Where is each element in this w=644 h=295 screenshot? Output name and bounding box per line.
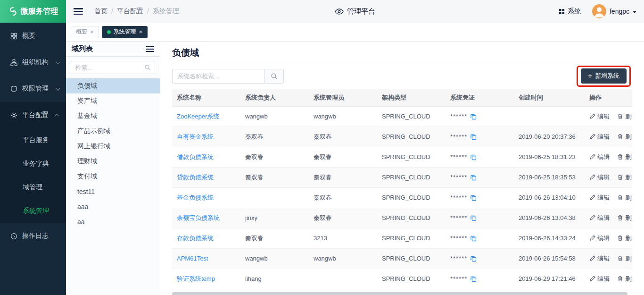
tab-bar: 概要 × 系统管理 ×: [66, 23, 644, 42]
domain-item-label: 基金域: [77, 112, 97, 120]
breadcrumb-home[interactable]: 首页: [94, 7, 107, 16]
delete-label: 删除: [625, 194, 632, 202]
menu-toggle-icon[interactable]: [74, 8, 83, 15]
actions-cell: 编辑 删除: [589, 147, 632, 167]
sidebar-subitem-platform-service[interactable]: 平台服务: [0, 128, 66, 152]
system-name-link[interactable]: 贷款负债系统: [177, 174, 214, 181]
horizontal-scrollbar[interactable]: [172, 292, 627, 295]
delete-button[interactable]: 删除: [617, 254, 632, 263]
system-name-link[interactable]: APM61Test: [177, 255, 208, 262]
copy-icon[interactable]: [470, 134, 477, 140]
edit-button[interactable]: 编辑: [589, 153, 610, 161]
delete-label: 删除: [625, 112, 632, 121]
system-name-link[interactable]: 借款负债系统: [177, 153, 214, 160]
domain-panel: 域列表 负债域 资产域 基金域 产品示例域 网上银行域 理财域 支付域 test…: [66, 42, 160, 295]
system-owner-cell: wangwb: [240, 106, 309, 126]
delete-button[interactable]: 删除: [617, 112, 632, 121]
sidebar-item-operation-log[interactable]: 操作日志: [0, 223, 66, 249]
edit-button[interactable]: 编辑: [589, 254, 610, 263]
edit-button[interactable]: 编辑: [589, 173, 610, 182]
col-system-credential: 系统凭证: [446, 89, 514, 106]
tab-overview[interactable]: 概要 ×: [71, 26, 99, 38]
edit-button[interactable]: 编辑: [589, 133, 610, 141]
search-button[interactable]: [264, 69, 284, 84]
edit-button[interactable]: 编辑: [589, 234, 610, 243]
system-name-link[interactable]: 存款负债系统: [177, 235, 214, 242]
trash-icon: [617, 276, 623, 282]
sidebar-subitem-label: 系统管理: [23, 207, 49, 215]
delete-button[interactable]: 删除: [617, 173, 632, 182]
copy-icon[interactable]: [470, 154, 477, 160]
edit-button[interactable]: 编辑: [589, 275, 610, 283]
delete-button[interactable]: 删除: [617, 234, 632, 243]
sidebar-item-label: 权限管理: [22, 84, 49, 93]
system-menu[interactable]: 系统: [559, 7, 581, 16]
domain-list-item[interactable]: 基金域: [66, 109, 160, 124]
eye-icon: [335, 8, 344, 15]
domain-list-item[interactable]: 理财域: [66, 154, 160, 169]
delete-button[interactable]: 删除: [617, 153, 632, 161]
delete-button[interactable]: 删除: [617, 194, 632, 202]
system-name-link[interactable]: ZooKeeper系统: [177, 113, 219, 120]
credential-cell: ******: [450, 228, 514, 248]
delete-button[interactable]: 删除: [617, 275, 632, 283]
sidebar-item-permissions[interactable]: 权限管理: [0, 76, 66, 102]
copy-icon[interactable]: [470, 255, 477, 262]
domain-list-item[interactable]: 资产域: [66, 93, 160, 109]
system-name-link[interactable]: 余额宝负债系统: [177, 214, 220, 221]
system-owner-cell: 秦双春: [240, 147, 309, 167]
system-admin-cell: wangwb: [309, 106, 377, 126]
domain-list-item[interactable]: 负债域: [66, 78, 160, 93]
edit-icon: [589, 154, 595, 160]
delete-button[interactable]: 删除: [617, 214, 632, 222]
copy-icon[interactable]: [470, 174, 477, 181]
main-panel: 负债域 + 新增系统: [160, 42, 644, 295]
system-owner-cell: wangwb: [240, 248, 309, 269]
close-icon[interactable]: ×: [139, 29, 143, 35]
breadcrumb-platform-config[interactable]: 平台配置: [117, 7, 143, 16]
sidebar-item-organization[interactable]: 组织机构: [0, 49, 66, 76]
domain-list-item[interactable]: 产品示例域: [66, 124, 160, 139]
edit-button[interactable]: 编辑: [589, 112, 610, 121]
domain-search-input[interactable]: [75, 64, 141, 71]
table-row: APM61Test wangwb wangwb SPRING_CLOUD ***…: [172, 248, 632, 269]
edit-button[interactable]: 编辑: [589, 214, 610, 222]
domain-list-item[interactable]: 支付域: [66, 169, 160, 184]
created-time-cell: 2019-06-26 15:54:58: [514, 248, 585, 269]
copy-icon[interactable]: [470, 235, 477, 242]
domain-item-label: aaa: [77, 203, 88, 211]
sidebar-subitem-business-dictionary[interactable]: 业务字典: [0, 152, 66, 176]
tab-system-management[interactable]: 系统管理 ×: [102, 26, 148, 38]
credential-cell: ******: [450, 107, 514, 126]
system-search-input[interactable]: [172, 69, 264, 84]
sidebar-subitem-domain-management[interactable]: 域管理: [0, 176, 66, 199]
sidebar-subitem-system-management[interactable]: 系统管理: [0, 199, 66, 223]
copy-icon[interactable]: [470, 194, 477, 201]
system-name-link[interactable]: 基金负债系统: [177, 194, 214, 201]
domain-list-item[interactable]: test11: [66, 184, 160, 199]
user-menu[interactable]: fengpc: [592, 4, 636, 18]
copy-icon[interactable]: [470, 113, 477, 120]
delete-label: 删除: [625, 234, 632, 243]
tab-label: 概要: [76, 28, 87, 36]
add-system-button[interactable]: + 新增系统: [581, 68, 627, 84]
domain-list-item[interactable]: aaa: [66, 199, 160, 214]
trash-icon: [617, 174, 623, 180]
add-system-label: 新增系统: [595, 72, 619, 80]
system-name-link[interactable]: 自有资金系统: [177, 133, 214, 140]
system-name-link[interactable]: 验证系统temp: [177, 275, 215, 282]
sidebar-item-platform-config[interactable]: 平台配置: [0, 102, 66, 128]
edit-label: 编辑: [597, 234, 610, 243]
domain-panel-menu-icon[interactable]: [146, 46, 154, 52]
sidebar-item-label: 平台配置: [22, 111, 49, 119]
actions-cell: 编辑 删除: [589, 168, 632, 187]
copy-icon[interactable]: [470, 215, 477, 221]
edit-button[interactable]: 编辑: [589, 194, 610, 202]
domain-list-item[interactable]: aa: [66, 214, 160, 229]
close-icon[interactable]: ×: [90, 29, 94, 35]
domain-list-item[interactable]: 网上银行域: [66, 139, 160, 154]
app-logo: 微服务管理: [0, 0, 66, 23]
delete-button[interactable]: 删除: [617, 133, 632, 141]
copy-icon[interactable]: [470, 276, 477, 282]
sidebar-item-overview[interactable]: 概要: [0, 23, 66, 49]
